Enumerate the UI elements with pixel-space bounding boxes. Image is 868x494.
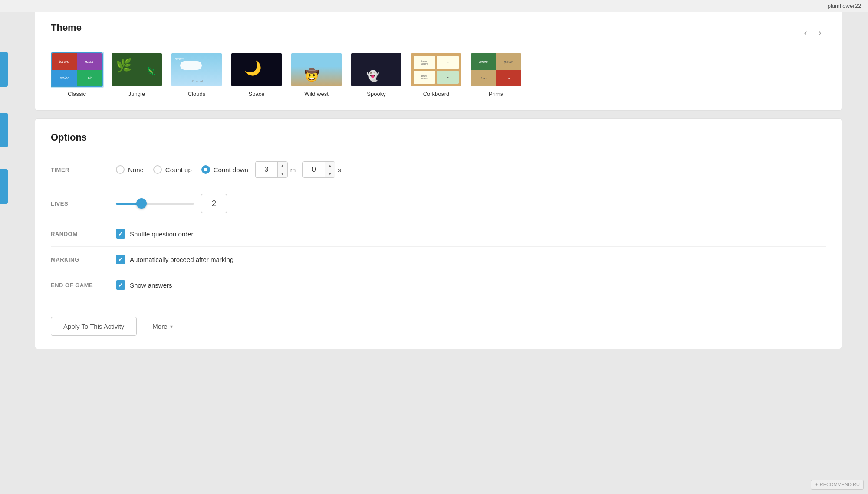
marking-checkbox-item[interactable]: Automatically proceed after marking bbox=[116, 255, 233, 264]
theme-item-corkboard[interactable]: loremipsum s/t ames.consei ● Corkboard bbox=[410, 52, 462, 97]
theme-name-corkboard: Corkboard bbox=[423, 91, 450, 97]
random-label: RANDOM bbox=[51, 231, 107, 237]
theme-name-wildwest: Wild west bbox=[304, 91, 329, 97]
timer-seconds-wrap: 0 ▲ ▼ bbox=[302, 161, 335, 178]
timer-countdown-radio[interactable] bbox=[201, 165, 210, 174]
timer-none-radio[interactable] bbox=[116, 165, 125, 174]
theme-thumb-jungle bbox=[111, 52, 163, 87]
timer-countdown-label: Count down bbox=[214, 166, 248, 173]
timer-minutes-group: 3 ▲ ▼ m bbox=[255, 161, 296, 178]
timer-minutes-input[interactable]: 3 bbox=[256, 162, 277, 177]
more-button[interactable]: More ▾ bbox=[144, 317, 181, 335]
timer-row: TIMER None Count up C bbox=[51, 154, 826, 186]
sidebar-accent-bot bbox=[0, 169, 8, 204]
apply-button[interactable]: Apply To This Activity bbox=[51, 317, 137, 336]
more-label: More bbox=[152, 323, 167, 330]
end-of-game-row: END OF GAME Show answers bbox=[51, 272, 826, 298]
theme-name-prima: Prima bbox=[489, 91, 503, 97]
random-checkbox-label: Shuffle question order bbox=[130, 230, 194, 238]
top-bar: plumflower22 bbox=[0, 0, 868, 12]
theme-header: Theme ‹ › bbox=[51, 22, 826, 44]
main-content: Theme ‹ › lorem ipsur dolor sit Classic bbox=[35, 0, 842, 374]
theme-thumb-spooky bbox=[350, 52, 402, 87]
theme-nav-group: ‹ › bbox=[799, 26, 826, 40]
theme-thumb-classic: lorem ipsur dolor sit bbox=[51, 52, 103, 87]
lives-value-box: 2 bbox=[201, 194, 227, 213]
theme-name-clouds: Clouds bbox=[188, 91, 205, 97]
end-of-game-label: END OF GAME bbox=[51, 282, 107, 288]
lives-slider-wrap: 2 bbox=[116, 194, 227, 213]
random-row: RANDOM Shuffle question order bbox=[51, 221, 826, 247]
random-controls: Shuffle question order bbox=[116, 229, 826, 239]
timer-radio-group: None Count up Count down bbox=[116, 165, 248, 174]
sidebar-accent-mid bbox=[0, 113, 8, 147]
theme-card: Theme ‹ › lorem ipsur dolor sit Classic bbox=[35, 9, 842, 111]
timer-minutes-up-button[interactable]: ▲ bbox=[278, 162, 287, 170]
timer-minutes-unit: m bbox=[290, 166, 296, 173]
marking-checkbox-label: Automatically proceed after marking bbox=[130, 256, 233, 263]
timer-minutes-spinners: ▲ ▼ bbox=[277, 162, 287, 177]
username: plumflower22 bbox=[828, 3, 861, 9]
lives-label: LIVES bbox=[51, 200, 107, 207]
lives-slider-thumb[interactable] bbox=[136, 198, 147, 209]
marking-label: MARKING bbox=[51, 256, 107, 263]
timer-countup-item[interactable]: Count up bbox=[153, 165, 192, 174]
random-checkbox[interactable] bbox=[116, 229, 125, 239]
theme-item-wildwest[interactable]: Wild west bbox=[290, 52, 342, 97]
theme-item-space[interactable]: Space bbox=[230, 52, 283, 97]
timer-countdown-item[interactable]: Count down bbox=[201, 165, 248, 174]
end-of-game-checkbox-label: Show answers bbox=[130, 281, 172, 289]
timer-seconds-group: 0 ▲ ▼ s bbox=[302, 161, 341, 178]
theme-name-classic: Classic bbox=[68, 91, 86, 97]
theme-thumb-prima: lorem ipsum dolor a bbox=[470, 52, 522, 87]
timer-countup-radio[interactable] bbox=[153, 165, 162, 174]
marking-checkbox[interactable] bbox=[116, 255, 125, 264]
theme-thumb-space bbox=[230, 52, 283, 87]
timer-minutes-down-button[interactable]: ▼ bbox=[278, 170, 287, 177]
timer-seconds-down-button[interactable]: ▼ bbox=[325, 170, 335, 177]
marking-row: MARKING Automatically proceed after mark… bbox=[51, 247, 826, 272]
marking-controls: Automatically proceed after marking bbox=[116, 255, 826, 264]
bottom-actions: Apply To This Activity More ▾ bbox=[51, 310, 826, 336]
theme-item-jungle[interactable]: Jungle bbox=[111, 52, 163, 97]
options-card: Options TIMER None Count up bbox=[35, 118, 842, 349]
theme-name-jungle: Jungle bbox=[128, 91, 145, 97]
lives-row: LIVES 2 bbox=[51, 186, 826, 221]
lives-slider-track bbox=[116, 203, 194, 205]
theme-item-classic[interactable]: lorem ipsur dolor sit Classic bbox=[51, 52, 103, 97]
themes-row: lorem ipsur dolor sit Classic Jungle bbox=[51, 52, 826, 97]
timer-controls: None Count up Count down bbox=[116, 161, 826, 178]
recommend-badge: ✶ RECOMMEND.RU bbox=[811, 480, 864, 490]
end-of-game-controls: Show answers bbox=[116, 280, 826, 290]
theme-item-spooky[interactable]: Spooky bbox=[350, 52, 402, 97]
lives-controls: 2 bbox=[116, 194, 826, 213]
timer-seconds-unit: s bbox=[338, 166, 341, 173]
timer-seconds-up-button[interactable]: ▲ bbox=[325, 162, 335, 170]
options-title: Options bbox=[51, 132, 826, 143]
theme-thumb-wildwest bbox=[290, 52, 342, 87]
end-of-game-checkbox[interactable] bbox=[116, 280, 125, 290]
timer-seconds-input[interactable]: 0 bbox=[303, 162, 325, 177]
sidebar-accent-top bbox=[0, 52, 8, 87]
theme-name-spooky: Spooky bbox=[367, 91, 385, 97]
timer-none-item[interactable]: None bbox=[116, 165, 144, 174]
timer-label: TIMER bbox=[51, 167, 107, 173]
timer-seconds-spinners: ▲ ▼ bbox=[325, 162, 335, 177]
timer-none-label: None bbox=[128, 166, 144, 173]
theme-name-space: Space bbox=[249, 91, 265, 97]
theme-item-prima[interactable]: lorem ipsum dolor a Prima bbox=[470, 52, 522, 97]
theme-title: Theme bbox=[51, 22, 82, 33]
theme-thumb-clouds: lorem sit amet bbox=[171, 52, 223, 87]
theme-prev-button[interactable]: ‹ bbox=[799, 26, 811, 40]
more-chevron-icon: ▾ bbox=[170, 324, 173, 330]
theme-thumb-corkboard: loremipsum s/t ames.consei ● bbox=[410, 52, 462, 87]
end-of-game-checkbox-item[interactable]: Show answers bbox=[116, 280, 172, 290]
random-checkbox-item[interactable]: Shuffle question order bbox=[116, 229, 194, 239]
timer-minutes-wrap: 3 ▲ ▼ bbox=[255, 161, 288, 178]
lives-slider-container bbox=[116, 199, 194, 208]
theme-item-clouds[interactable]: lorem sit amet Clouds bbox=[171, 52, 223, 97]
timer-countup-label: Count up bbox=[165, 166, 192, 173]
theme-next-button[interactable]: › bbox=[814, 26, 826, 40]
